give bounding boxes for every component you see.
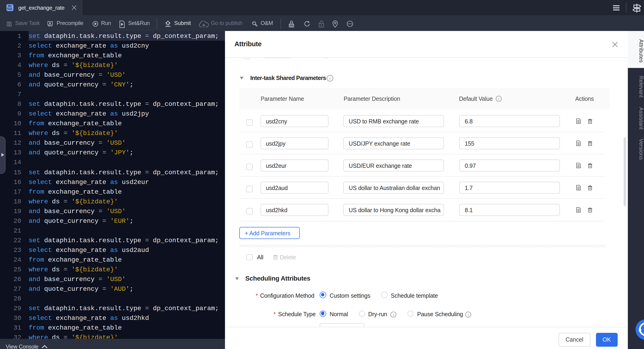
svg-text:i: i: [393, 313, 394, 317]
svg-text:i: i: [330, 76, 330, 81]
svg-text:i: i: [498, 97, 500, 101]
svg-text:i: i: [468, 313, 469, 317]
